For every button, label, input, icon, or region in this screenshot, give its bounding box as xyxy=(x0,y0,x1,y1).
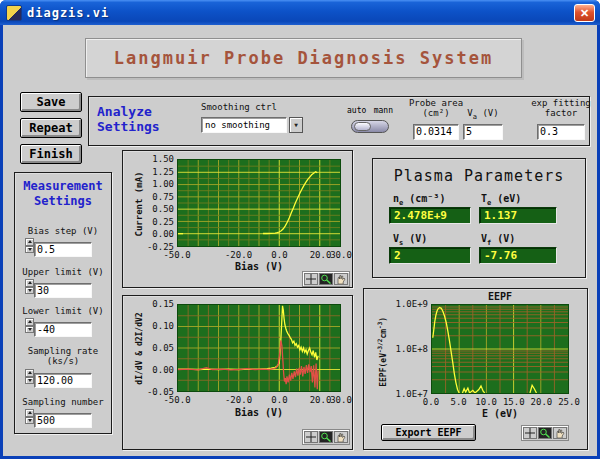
spinner-up-icon[interactable] xyxy=(25,369,34,377)
x-tick-label: 20.0 xyxy=(310,395,332,405)
toggle-knob xyxy=(354,122,371,131)
sampling-rate-label: Sampling rate (ks/s) xyxy=(15,346,111,366)
spinner-up-icon[interactable] xyxy=(25,409,34,417)
smoothing-dropdown-button[interactable]: ▼ xyxy=(289,117,303,133)
spinner-down-icon[interactable] xyxy=(25,287,34,295)
exp-fitting-field-wrap xyxy=(537,120,585,136)
sampling-number-field xyxy=(25,409,92,424)
sampling-number-input[interactable] xyxy=(34,413,92,428)
upper-limit-input[interactable] xyxy=(34,283,92,298)
header-plate: Langmuir Probe Diagnosis System xyxy=(85,38,522,78)
x-tick-label: 10.0 xyxy=(475,397,497,407)
probe-area-field-wrap xyxy=(413,120,459,136)
lower-limit-label: Lower limit (V) xyxy=(15,306,111,316)
x-tick-label: 20.0 xyxy=(310,250,332,260)
x-tick-label: -20.0 xyxy=(225,395,252,405)
iv-y-ticks: 1.501.251.000.750.500.250.00-0.25 xyxy=(143,159,175,247)
vs-label: Vs (V) xyxy=(393,233,427,247)
lower-limit-field xyxy=(25,318,92,333)
cursor-tool-button[interactable] xyxy=(304,431,318,443)
spinner-down-icon[interactable] xyxy=(25,417,34,425)
pan-tool-button[interactable] xyxy=(334,431,348,443)
sampling-rate-input[interactable] xyxy=(34,373,92,388)
x-tick-label: 30.0 xyxy=(330,250,352,260)
eepf-y-axis-label: EEPF(eV-3/2cm-3) xyxy=(376,307,388,397)
x-tick-label: 15.0 xyxy=(503,397,525,407)
vs-value: 2 xyxy=(389,247,471,264)
graph-palette xyxy=(302,271,350,287)
sampling-number-spinner xyxy=(25,409,34,424)
x-tick-label: 0.0 xyxy=(271,395,287,405)
crosshair-icon xyxy=(524,428,536,438)
x-tick-label: 0.0 xyxy=(423,397,439,407)
window-title: diagzis.vi xyxy=(27,6,109,20)
pan-tool-button[interactable] xyxy=(553,427,567,439)
chevron-down-icon: ▼ xyxy=(294,121,298,128)
smoothing-label: Smoothing ctrl xyxy=(201,102,277,112)
cursor-tool-button[interactable] xyxy=(304,273,318,285)
magnifier-icon xyxy=(539,428,551,438)
spinner-up-icon[interactable] xyxy=(25,318,34,326)
te-label: Te (eV) xyxy=(481,193,521,207)
auto-mann-toggle[interactable] xyxy=(351,120,389,133)
derivative-plot xyxy=(177,304,341,392)
x-tick-label: 30.0 xyxy=(330,395,352,405)
eepf-plot xyxy=(431,304,569,394)
eepf-y-ticks: 1.0E+91.0E+81.0E+7 xyxy=(392,304,429,394)
client-area: Langmuir Probe Diagnosis System Save Rep… xyxy=(3,25,597,456)
auto-label: auto xyxy=(347,106,366,115)
va-input[interactable] xyxy=(463,124,503,140)
vf-value: -7.76 xyxy=(479,247,557,264)
derivative-x-ticks: -50.0-20.00.020.030.0 xyxy=(177,395,341,405)
spinner-down-icon[interactable] xyxy=(25,377,34,385)
close-button[interactable]: ✕ xyxy=(574,4,595,22)
te-value: 1.137 xyxy=(479,207,557,224)
zoom-tool-button[interactable] xyxy=(538,427,552,439)
x-tick-label: 0.0 xyxy=(271,250,287,260)
cursor-tool-button[interactable] xyxy=(523,427,537,439)
y-tick-label: 0.15 xyxy=(152,299,174,309)
sampling-rate-spinner xyxy=(25,369,34,384)
hand-icon xyxy=(335,274,347,284)
spinner-down-icon[interactable] xyxy=(25,246,34,254)
bias-step-input[interactable] xyxy=(34,242,92,257)
y-tick-label: 0.05 xyxy=(152,343,174,353)
smoothing-dropdown[interactable]: no smoothing xyxy=(201,117,287,133)
analyze-settings-title: Analyze Settings xyxy=(97,104,160,134)
y-tick-label: 1.50 xyxy=(152,154,174,164)
pan-tool-button[interactable] xyxy=(334,273,348,285)
exp-fitting-input[interactable] xyxy=(537,124,585,140)
lower-limit-spinner xyxy=(25,318,34,333)
spinner-down-icon[interactable] xyxy=(25,326,34,334)
y-tick-label: 0.75 xyxy=(152,192,174,202)
zoom-tool-button[interactable] xyxy=(319,431,333,443)
page-title: Langmuir Probe Diagnosis System xyxy=(114,48,493,68)
export-eepf-button[interactable]: Export EEPF xyxy=(381,424,476,441)
close-icon: ✕ xyxy=(580,7,589,19)
exp-fitting-label: exp fitting factor xyxy=(515,98,600,118)
probe-area-input[interactable] xyxy=(413,124,459,140)
bias-step-label: Bias step (V) xyxy=(15,226,111,236)
crosshair-icon xyxy=(305,274,317,284)
x-tick-label: -20.0 xyxy=(225,250,252,260)
graph-palette xyxy=(521,425,569,441)
derivative-chart-panel: dI/dV & d2I/dV2 0.150.100.050.00-0.05 -5… xyxy=(122,295,353,450)
spinner-up-icon[interactable] xyxy=(25,279,34,287)
zoom-tool-button[interactable] xyxy=(319,273,333,285)
plasma-parameters-title: Plasma Parameters xyxy=(373,167,585,185)
lower-limit-input[interactable] xyxy=(34,322,92,337)
save-button[interactable]: Save xyxy=(20,92,82,112)
plasma-parameters-panel: Plasma Parameters ne (cm⁻³) Te (eV) 2.47… xyxy=(372,158,586,278)
eepf-x-axis-label: E (eV) xyxy=(431,408,569,419)
repeat-button[interactable]: Repeat xyxy=(20,118,82,138)
spinner-up-icon[interactable] xyxy=(25,238,34,246)
sampling-number-label: Sampling number xyxy=(15,397,111,407)
y-tick-label: 0.00 xyxy=(152,365,174,375)
finish-button[interactable]: Finish xyxy=(20,144,82,164)
va-field-wrap xyxy=(463,120,503,136)
title-bar: diagzis.vi ✕ xyxy=(0,0,600,25)
app-window: diagzis.vi ✕ Langmuir Probe Diagnosis Sy… xyxy=(0,0,600,459)
derivative-y-ticks: 0.150.100.050.00-0.05 xyxy=(143,304,175,392)
ne-value: 2.478E+9 xyxy=(389,207,471,224)
measurement-settings-title: Measurement Settings xyxy=(15,179,111,209)
